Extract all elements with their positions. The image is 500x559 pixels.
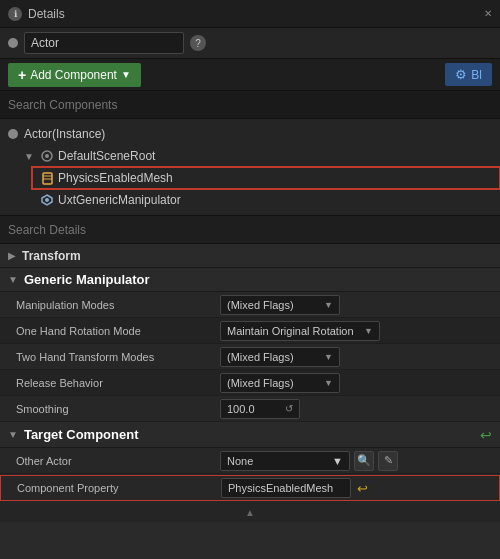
component-property-row: Component Property PhysicsEnabledMesh ↩	[0, 475, 500, 501]
smoothing-row: Smoothing 100.0 ↺	[0, 396, 500, 422]
edit-icon: ✎	[384, 454, 393, 467]
release-behavior-selected: (Mixed Flags)	[227, 377, 294, 389]
manipulation-modes-selected: (Mixed Flags)	[227, 299, 294, 311]
one-hand-rotation-row: One Hand Rotation Mode Maintain Original…	[0, 318, 500, 344]
details-icon: ℹ	[8, 7, 22, 21]
other-actor-dropdown[interactable]: None ▼	[220, 451, 350, 471]
component-property-dropdown[interactable]: PhysicsEnabledMesh	[221, 478, 351, 498]
other-actor-edit-button[interactable]: ✎	[378, 451, 398, 471]
other-actor-search-button[interactable]: 🔍	[354, 451, 374, 471]
manipulator-icon	[40, 193, 54, 207]
two-hand-transform-selected: (Mixed Flags)	[227, 351, 294, 363]
generic-manipulator-title: Generic Manipulator	[24, 272, 150, 287]
mesh-icon	[40, 171, 54, 185]
blueprint-label: Bl	[471, 68, 482, 82]
target-expand-icon: ▼	[8, 429, 18, 440]
release-behavior-arrow-icon: ▼	[324, 378, 333, 388]
release-behavior-row: Release Behavior (Mixed Flags) ▼	[0, 370, 500, 396]
other-actor-arrow-icon: ▼	[332, 455, 343, 467]
dropdown-chevron-icon: ▼	[121, 69, 131, 80]
two-hand-transform-dropdown[interactable]: (Mixed Flags) ▼	[220, 347, 340, 367]
target-component-section-header[interactable]: ▼ Target Component ↩	[0, 422, 500, 448]
one-hand-rotation-dropdown[interactable]: Maintain Original Rotation ▼	[220, 321, 380, 341]
expand-arrow-icon: ▼	[24, 151, 36, 162]
plus-icon: +	[18, 67, 26, 83]
other-actor-value: None ▼ 🔍 ✎	[220, 451, 500, 471]
two-hand-transform-label: Two Hand Transform Modes	[0, 351, 220, 363]
target-component-title: Target Component	[24, 427, 480, 442]
tree-item-manipulator[interactable]: UxtGenericManipulator	[32, 189, 500, 211]
transform-expand-icon: ▶	[8, 250, 16, 261]
release-behavior-label: Release Behavior	[0, 377, 220, 389]
one-hand-rotation-value: Maintain Original Rotation ▼	[220, 321, 500, 341]
bottom-arrow-area: ▲	[0, 502, 500, 522]
component-tree: Actor(Instance) ▼ DefaultSceneRoot Physi…	[0, 119, 500, 216]
smoothing-reset-icon: ↺	[285, 403, 293, 414]
manipulation-modes-label: Manipulation Modes	[0, 299, 220, 311]
actor-instance-label: Actor(Instance)	[24, 127, 105, 141]
bottom-triangle-icon: ▲	[245, 507, 255, 518]
help-icon[interactable]: ?	[190, 35, 206, 51]
two-hand-transform-arrow-icon: ▼	[324, 352, 333, 362]
search-components-bar	[0, 91, 500, 119]
component-property-link-icon: ↩	[357, 481, 368, 496]
manipulation-modes-row: Manipulation Modes (Mixed Flags) ▼	[0, 292, 500, 318]
panel-title: Details	[28, 7, 65, 21]
smoothing-number-value: 100.0	[227, 403, 255, 415]
blueprint-button[interactable]: ⚙ Bl	[445, 63, 492, 86]
generic-manipulator-section-header[interactable]: ▼ Generic Manipulator	[0, 268, 500, 292]
svg-point-1	[45, 154, 49, 158]
target-link-icon: ↩	[480, 427, 492, 443]
release-behavior-value: (Mixed Flags) ▼	[220, 373, 500, 393]
two-hand-transform-row: Two Hand Transform Modes (Mixed Flags) ▼	[0, 344, 500, 370]
smoothing-number[interactable]: 100.0 ↺	[220, 399, 300, 419]
search-icon: 🔍	[357, 454, 371, 467]
smoothing-label: Smoothing	[0, 403, 220, 415]
properties-panel: ▶ Transform ▼ Generic Manipulator Manipu…	[0, 244, 500, 522]
one-hand-rotation-arrow-icon: ▼	[364, 326, 373, 336]
other-actor-row: Other Actor None ▼ 🔍 ✎	[0, 448, 500, 474]
other-actor-label: Other Actor	[0, 455, 220, 467]
manipulation-modes-dropdown[interactable]: (Mixed Flags) ▼	[220, 295, 340, 315]
svg-point-6	[45, 198, 49, 202]
other-actor-selected: None	[227, 455, 253, 467]
blueprint-icon: ⚙	[455, 67, 467, 82]
manipulation-modes-arrow-icon: ▼	[324, 300, 333, 310]
transform-section-header[interactable]: ▶ Transform	[0, 244, 500, 268]
actor-input[interactable]	[24, 32, 184, 54]
scene-root-icon	[40, 149, 54, 163]
generic-manip-expand-icon: ▼	[8, 274, 18, 285]
toolbar-row: + Add Component ▼ ⚙ Bl	[0, 59, 500, 91]
release-behavior-dropdown[interactable]: (Mixed Flags) ▼	[220, 373, 340, 393]
search-details-input[interactable]	[8, 223, 492, 237]
scene-root-label: DefaultSceneRoot	[58, 149, 155, 163]
transform-section-title: Transform	[22, 249, 81, 263]
component-property-value: PhysicsEnabledMesh ↩	[221, 478, 499, 498]
actor-dot	[8, 38, 18, 48]
manipulator-label: UxtGenericManipulator	[58, 193, 181, 207]
tree-item-actor-instance[interactable]: Actor(Instance)	[0, 123, 500, 145]
smoothing-value: 100.0 ↺	[220, 399, 500, 419]
search-components-input[interactable]	[8, 98, 492, 112]
one-hand-rotation-label: One Hand Rotation Mode	[0, 325, 220, 337]
component-property-label: Component Property	[1, 482, 221, 494]
top-bar: ℹ Details ✕	[0, 0, 500, 28]
add-component-label: Add Component	[30, 68, 117, 82]
tree-item-default-scene-root[interactable]: ▼ DefaultSceneRoot	[16, 145, 500, 167]
physics-mesh-label: PhysicsEnabledMesh	[58, 171, 173, 185]
one-hand-rotation-selected: Maintain Original Rotation	[227, 325, 354, 337]
search-details-bar	[0, 216, 500, 244]
actor-instance-dot	[8, 129, 18, 139]
actor-row: ?	[0, 28, 500, 59]
close-icon[interactable]: ✕	[484, 8, 492, 19]
component-property-selected: PhysicsEnabledMesh	[228, 482, 333, 494]
two-hand-transform-value: (Mixed Flags) ▼	[220, 347, 500, 367]
manipulation-modes-value: (Mixed Flags) ▼	[220, 295, 500, 315]
tree-item-physics-mesh[interactable]: PhysicsEnabledMesh	[32, 167, 500, 189]
add-component-button[interactable]: + Add Component ▼	[8, 63, 141, 87]
